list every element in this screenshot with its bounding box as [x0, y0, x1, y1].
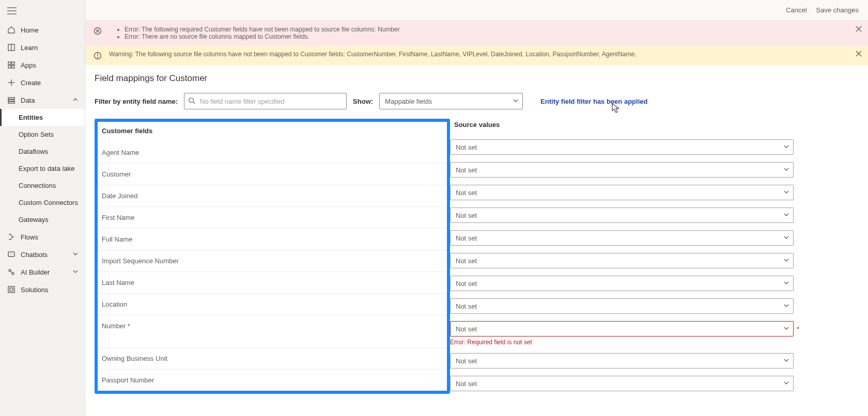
svg-line-19 [11, 271, 12, 273]
nav-label: AI Builder [21, 268, 50, 276]
hamburger-menu[interactable] [0, 4, 85, 21]
filter-input[interactable] [184, 93, 347, 109]
error-icon [94, 27, 102, 35]
close-icon[interactable] [856, 26, 862, 34]
source-value-select[interactable] [450, 276, 794, 291]
warning-message: Warning: The following source file colum… [109, 51, 637, 58]
show-select[interactable]: Mappable fields [379, 93, 523, 109]
warning-banner: Warning: The following source file colum… [85, 45, 868, 65]
source-value-select[interactable] [450, 298, 794, 314]
error-banner: Error: The following required Customer f… [85, 21, 868, 45]
source-value-select[interactable] [450, 253, 794, 268]
column-header-left: Customer fields [98, 122, 447, 142]
sidebar: Home Learn Apps Create Data Entities Opt… [0, 0, 85, 416]
nav-flows[interactable]: Flows [0, 228, 85, 246]
field-label-required: Number * [98, 315, 447, 348]
nav-label: Option Sets [19, 131, 54, 138]
svg-point-32 [189, 98, 194, 103]
search-icon [188, 97, 195, 104]
source-value-select[interactable] [450, 230, 794, 246]
svg-rect-13 [8, 102, 14, 103]
source-value-select[interactable] [450, 139, 794, 155]
warning-icon [94, 52, 102, 60]
svg-rect-12 [8, 100, 14, 101]
nav-custom-connectors[interactable]: Custom Connectors [0, 194, 85, 211]
column-header-right: Source values [450, 119, 859, 136]
book-icon [6, 43, 17, 52]
close-icon[interactable] [856, 51, 862, 58]
nav-label: Solutions [21, 286, 48, 294]
plus-icon [6, 78, 17, 87]
svg-rect-20 [8, 286, 14, 293]
nav-chatbots[interactable]: Chatbots [0, 246, 85, 263]
chevron-down-icon [72, 251, 79, 259]
page-title: Field mappings for Customer [95, 73, 859, 84]
svg-rect-8 [12, 66, 14, 68]
required-star: * [797, 325, 799, 333]
source-value-select[interactable] [450, 376, 794, 391]
field-label: Full Name [98, 229, 447, 250]
svg-rect-6 [12, 62, 14, 65]
svg-rect-21 [10, 288, 13, 291]
source-value-select-required[interactable] [450, 321, 794, 337]
mapping-table: Customer fields Agent Name Customer Date… [95, 119, 859, 395]
field-label: Last Name [98, 272, 447, 294]
chevron-down-icon [72, 268, 79, 276]
field-label: Customer [98, 164, 447, 185]
nav-solutions[interactable]: Solutions [0, 281, 85, 298]
source-value-select[interactable] [450, 207, 794, 223]
source-value-select[interactable] [450, 353, 794, 369]
svg-point-17 [9, 269, 11, 271]
field-label: Location [98, 294, 447, 315]
error-message: Error: There are no source file columns … [125, 33, 400, 40]
chevron-up-icon [72, 97, 79, 104]
nav-label: Export to data lake [19, 165, 74, 172]
save-changes-button[interactable]: Save changes [816, 6, 859, 14]
chatbot-icon [6, 250, 17, 259]
source-value-select[interactable] [450, 185, 794, 200]
field-error-text: Error: Required field is not set [450, 339, 859, 346]
svg-rect-7 [8, 66, 11, 68]
nav-label: Create [21, 79, 41, 87]
filter-label: Filter by entity field name: [95, 98, 178, 105]
nav-label: Custom Connectors [19, 199, 78, 206]
nav-label: Flows [21, 233, 38, 241]
flow-icon [6, 233, 17, 241]
topbar: Cancel Save changes [85, 0, 868, 21]
nav-home[interactable]: Home [0, 21, 85, 39]
field-label: Date Joined [98, 185, 447, 207]
nav-create[interactable]: Create [0, 74, 85, 91]
nav-dataflows[interactable]: Dataflows [0, 143, 85, 160]
nav-entities[interactable]: Entities [0, 109, 85, 126]
cancel-button[interactable]: Cancel [786, 6, 807, 14]
apps-icon [6, 61, 17, 69]
main: Cancel Save changes Error: The following… [85, 0, 868, 416]
field-label: Owning Business Unit [98, 348, 447, 370]
nav-ai-builder[interactable]: AI Builder [0, 263, 85, 281]
nav-export-lake[interactable]: Export to data lake [0, 160, 85, 177]
nav-data[interactable]: Data [0, 91, 85, 109]
nav-option-sets[interactable]: Option Sets [0, 126, 85, 143]
source-value-select[interactable] [450, 162, 794, 178]
solutions-icon [6, 285, 17, 294]
svg-rect-14 [8, 252, 14, 257]
nav-label: Home [21, 26, 39, 34]
error-message: Error: The following required Customer f… [125, 26, 400, 33]
nav-connections[interactable]: Connections [0, 177, 85, 194]
nav-label: Data [21, 97, 35, 104]
svg-rect-5 [8, 62, 11, 65]
nav-label: Dataflows [19, 148, 48, 155]
field-label: Passport Number [98, 370, 447, 391]
filter-row: Filter by entity field name: Show: Mappa… [95, 93, 859, 109]
nav-label: Connections [19, 182, 56, 189]
show-label: Show: [353, 98, 373, 105]
nav-label: Apps [21, 61, 36, 69]
nav-apps[interactable]: Apps [0, 56, 85, 74]
nav-label: Chatbots [21, 251, 48, 259]
nav-gateways[interactable]: Gateways [0, 211, 85, 228]
home-icon [6, 26, 17, 34]
nav-learn[interactable]: Learn [0, 39, 85, 56]
nav-label: Entities [19, 114, 43, 121]
svg-point-18 [12, 273, 14, 275]
svg-line-33 [193, 102, 195, 104]
